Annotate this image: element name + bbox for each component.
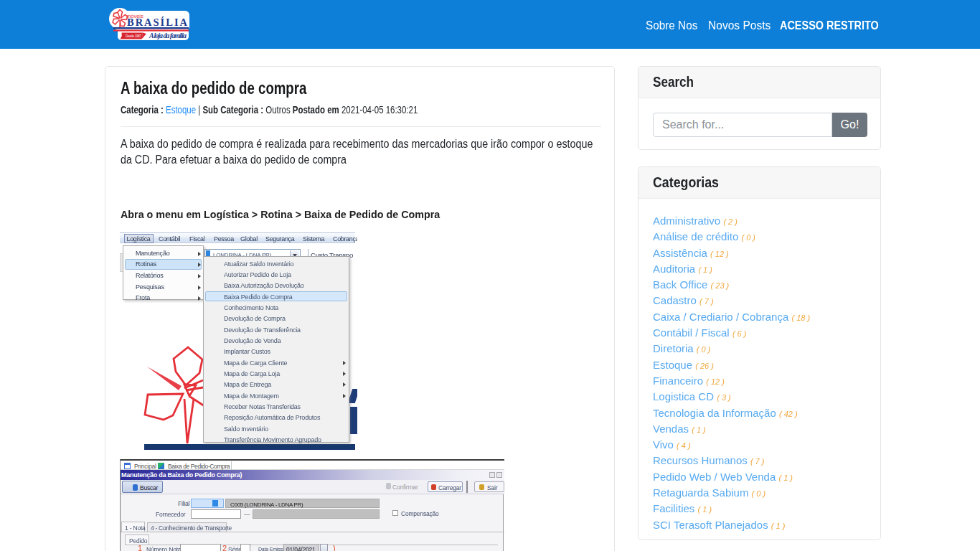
svg-text:Desde 1987: Desde 1987: [126, 34, 141, 38]
svg-text:A loja da família: A loja da família: [149, 32, 187, 39]
